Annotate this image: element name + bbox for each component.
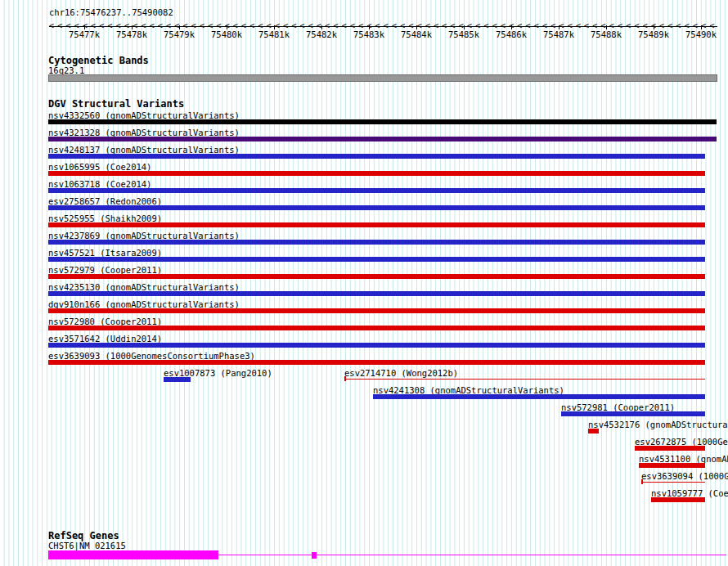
ruler-tick-label: 75483k <box>353 29 384 39</box>
ruler-tick-label: 75477k <box>69 29 100 39</box>
variant-span-line[interactable] <box>344 379 705 380</box>
gene-exon[interactable] <box>48 550 218 559</box>
variant-bar[interactable] <box>639 463 705 468</box>
ruler-tick-label: 75489k <box>638 29 669 39</box>
variant-bar[interactable] <box>48 360 705 365</box>
variant-bar[interactable] <box>635 446 705 451</box>
ruler-tick-label: 75486k <box>496 29 527 39</box>
variant-span-line[interactable] <box>641 482 705 483</box>
variant-bar[interactable] <box>48 257 705 262</box>
variant-span-start-tick <box>641 479 643 484</box>
ruler-tick-label: 75487k <box>543 29 574 39</box>
variant-bar[interactable] <box>48 119 717 124</box>
gene-intron-line[interactable] <box>218 555 726 555</box>
ruler-tick-label: 75481k <box>258 29 290 39</box>
variant-bar[interactable] <box>48 188 705 193</box>
variant-label[interactable]: esv2714710 (Wong2012b) <box>344 368 458 378</box>
cytoband-bar[interactable] <box>48 74 717 82</box>
variant-bar[interactable] <box>588 429 599 433</box>
variant-span-start-tick <box>344 376 346 381</box>
gene-exon[interactable] <box>312 552 317 559</box>
gene-name: CHST6|NM_021615 <box>48 541 126 550</box>
variant-bar[interactable] <box>48 205 705 210</box>
variant-bar[interactable] <box>48 154 705 159</box>
ruler-tick-label: 75490k <box>685 29 717 39</box>
variant-bar[interactable] <box>48 137 717 142</box>
ruler-tick-label: 75488k <box>591 29 622 39</box>
variant-bar[interactable] <box>164 377 191 382</box>
variant-bar[interactable] <box>48 171 705 176</box>
variant-bar[interactable] <box>48 274 705 279</box>
variant-bar[interactable] <box>373 394 705 399</box>
variant-bar[interactable] <box>48 291 705 296</box>
variant-bar[interactable] <box>651 497 705 502</box>
variant-bar[interactable] <box>48 308 705 313</box>
ruler-tick-label: 75480k <box>211 29 242 39</box>
variant-bar[interactable] <box>48 343 705 348</box>
variant-bar[interactable] <box>48 222 705 227</box>
variant-label[interactable]: nsv4532176 (gnomADStructuralVariants) <box>588 420 728 429</box>
ruler-tick-label: 75484k <box>401 29 432 39</box>
ruler-tick-label: 75482k <box>306 29 337 39</box>
genome-browser-panel: chr16:75476237..75490082 <<<<<<<<<<<<<<<… <box>0 0 728 566</box>
section-header-dgv: DGV Structural Variants <box>48 99 184 110</box>
variant-bar[interactable] <box>48 240 705 245</box>
variant-bar[interactable] <box>48 326 705 330</box>
variant-label[interactable]: esv3639094 (1000GenomesConsortiumPhase3) <box>641 471 728 481</box>
ruler-tick-label: 75479k <box>164 29 195 39</box>
ruler-tick-label: 75485k <box>448 29 479 39</box>
variant-bar[interactable] <box>561 411 705 416</box>
ruler-tick-label: 75478k <box>116 29 147 39</box>
region-label: chr16:75476237..75490082 <box>49 7 173 17</box>
